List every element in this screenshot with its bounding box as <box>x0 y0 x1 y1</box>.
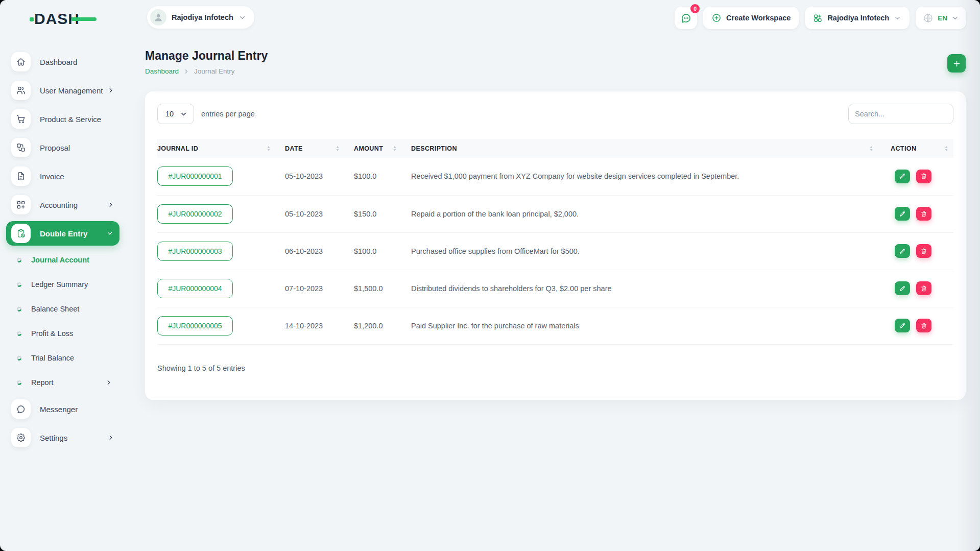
users-icon <box>11 81 31 100</box>
sidebar-item-product-service[interactable]: Product & Service <box>0 105 123 133</box>
sidebar-subitem-profit-loss[interactable]: Profit & Loss <box>0 321 123 346</box>
delete-button[interactable] <box>916 319 931 332</box>
sidebar-item-label: Dashboard <box>40 58 77 66</box>
delete-button[interactable] <box>916 244 931 258</box>
journal-table-card: 10 entries per page JOURNAL ID ▲▼ <box>145 91 966 400</box>
user-silhouette-icon <box>153 12 163 22</box>
journal-id-badge[interactable]: #JUR000000002 <box>157 204 233 224</box>
description-cell: Repaid a portion of the bank loan princi… <box>411 195 879 232</box>
sidebar-subitem-journal-account[interactable]: Journal Account <box>0 248 123 272</box>
workspace-user-menu[interactable]: Rajodiya Infotech <box>147 6 254 29</box>
create-workspace-label: Create Workspace <box>726 14 791 22</box>
company-name: Rajodiya Infotech <box>827 14 889 22</box>
delete-button[interactable] <box>916 281 931 295</box>
trash-icon <box>920 248 927 255</box>
pencil-icon <box>899 285 906 292</box>
column-header-action[interactable]: ACTION ▲▼ <box>879 139 953 158</box>
topbar: DASH Rajodiya Infotech 0 Cre <box>0 0 980 36</box>
plus-icon <box>952 59 961 68</box>
date-cell: 06-10-2023 <box>285 232 354 270</box>
delete-button[interactable] <box>916 207 931 221</box>
trash-icon <box>920 285 927 292</box>
app-window: DASH Rajodiya Infotech 0 Cre <box>0 0 980 551</box>
globe-icon <box>923 13 934 23</box>
sidebar-item-invoice[interactable]: Invoice <box>0 162 123 190</box>
trash-icon <box>920 210 927 218</box>
clipboard-clock-icon <box>11 224 31 243</box>
bullet-icon <box>17 380 21 385</box>
sidebar: Dashboard User Management Product & Serv… <box>0 36 123 551</box>
date-cell: 05-10-2023 <box>285 158 354 195</box>
column-header-description[interactable]: DESCRIPTION ▲▼ <box>411 139 879 158</box>
sidebar-subitem-label: Report <box>31 378 54 387</box>
journal-id-badge[interactable]: #JUR000000003 <box>157 242 233 261</box>
app-logo[interactable]: DASH <box>34 10 101 28</box>
edit-button[interactable] <box>895 281 910 295</box>
table-row: #JUR00000000407-10-2023$1,500.0Distribut… <box>157 270 953 307</box>
sidebar-item-label: User Management <box>40 86 103 95</box>
breadcrumb-dashboard-link[interactable]: Dashboard <box>145 67 179 75</box>
sidebar-item-accounting[interactable]: Accounting <box>0 190 123 219</box>
edit-button[interactable] <box>895 319 910 332</box>
logo-dash-bar <box>71 17 97 21</box>
edit-button[interactable] <box>895 244 910 258</box>
chevron-down-icon <box>238 14 246 21</box>
pencil-icon <box>899 210 906 218</box>
sidebar-item-label: Proposal <box>40 143 70 152</box>
delete-button[interactable] <box>916 170 931 183</box>
search-input[interactable] <box>848 104 953 124</box>
table-row: #JUR00000000514-10-2023$1,200.0Paid Supp… <box>157 307 953 344</box>
chevron-down-icon <box>894 14 901 22</box>
invoice-file-icon <box>11 166 31 186</box>
sidebar-item-dashboard[interactable]: Dashboard <box>0 47 123 76</box>
language-selector[interactable]: EN <box>916 7 966 29</box>
date-cell: 14-10-2023 <box>285 307 354 344</box>
sidebar-subitem-ledger-summary[interactable]: Ledger Summary <box>0 272 123 297</box>
sidebar-item-double-entry[interactable]: Double Entry <box>6 221 119 246</box>
column-header-amount[interactable]: AMOUNT ▲▼ <box>354 139 411 158</box>
sidebar-subitem-trial-balance[interactable]: Trial Balance <box>0 346 123 370</box>
chevron-down-icon <box>951 14 959 22</box>
journal-id-badge[interactable]: #JUR000000004 <box>157 279 233 298</box>
sidebar-item-label: Messenger <box>40 405 78 414</box>
replace-squares-icon <box>11 138 31 157</box>
column-header-journal-id[interactable]: JOURNAL ID ▲▼ <box>157 139 285 158</box>
sort-arrows-icon: ▲▼ <box>393 145 397 152</box>
edit-button[interactable] <box>895 170 910 183</box>
journal-table: JOURNAL ID ▲▼ DATE ▲▼ AMOUNT ▲▼ DESCRI <box>157 139 953 345</box>
bullet-icon <box>17 282 21 287</box>
sidebar-item-user-management[interactable]: User Management <box>0 76 123 105</box>
table-row: #JUR00000000105-10-2023$100.0Received $1… <box>157 158 953 195</box>
trash-icon <box>920 173 927 180</box>
messages-button[interactable]: 0 <box>675 7 697 29</box>
journal-id-badge[interactable]: #JUR000000001 <box>157 166 233 186</box>
create-workspace-button[interactable]: Create Workspace <box>703 7 799 29</box>
edit-button[interactable] <box>895 207 910 221</box>
sidebar-item-settings[interactable]: Settings <box>0 423 123 452</box>
sidebar-item-label: Accounting <box>40 201 78 209</box>
entries-per-page-select[interactable]: 10 <box>157 104 194 124</box>
company-selector[interactable]: Rajodiya Infotech <box>805 7 910 29</box>
column-header-date[interactable]: DATE ▲▼ <box>285 139 354 158</box>
description-cell: Paid Supplier Inc. for the purchase of r… <box>411 307 879 344</box>
chevron-right-icon <box>105 379 112 386</box>
messages-count-badge: 0 <box>690 4 700 13</box>
pencil-icon <box>899 322 906 329</box>
sidebar-subitem-label: Balance Sheet <box>31 305 79 313</box>
pencil-icon <box>899 248 906 255</box>
table-row: #JUR00000000306-10-2023$100.0Purchased o… <box>157 232 953 270</box>
sidebar-subitem-report[interactable]: Report <box>0 370 123 395</box>
sidebar-subitem-balance-sheet[interactable]: Balance Sheet <box>0 297 123 321</box>
description-cell: Received $1,000 payment from XYZ Company… <box>411 158 879 195</box>
table-controls: 10 entries per page <box>157 104 953 124</box>
journal-id-badge[interactable]: #JUR000000005 <box>157 316 233 336</box>
bullet-icon <box>17 307 21 312</box>
sidebar-item-proposal[interactable]: Proposal <box>0 133 123 162</box>
sidebar-item-messenger[interactable]: Messenger <box>0 395 123 423</box>
chat-bubble-icon <box>680 12 692 24</box>
add-journal-button[interactable] <box>947 54 966 73</box>
sidebar-item-label: Invoice <box>40 172 64 181</box>
plus-circle-icon <box>711 13 722 23</box>
bullet-icon <box>17 331 21 336</box>
sidebar-item-label: Product & Service <box>40 115 101 124</box>
